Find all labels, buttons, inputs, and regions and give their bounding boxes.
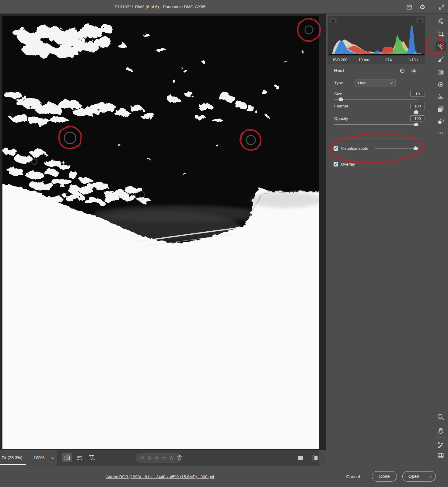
- edit-sliders-icon: [437, 18, 444, 24]
- hand-icon: [437, 427, 444, 434]
- shadow-clipping-indicator[interactable]: ▲: [329, 17, 337, 23]
- crop-icon: [437, 30, 444, 37]
- canvas-area: Fit (25.3%) 100%: [0, 14, 326, 466]
- exif-info-row: ISO 200 19 mm f/14 1/13s: [328, 56, 425, 64]
- zoom-level-dropdown[interactable]: [52, 457, 54, 459]
- chevron-down-icon: [390, 81, 393, 84]
- camera-raw-window: P1310721.RW2 (6 of 6) - Panasonic DMC-GX…: [0, 0, 448, 487]
- star-icon[interactable]: ☆: [160, 455, 168, 461]
- before-after-button[interactable]: [311, 454, 319, 462]
- preferences-gear-icon[interactable]: ⚙: [418, 3, 426, 11]
- tool-hand[interactable]: [437, 427, 444, 434]
- heal-type-value: Heal: [358, 81, 366, 85]
- star-rating[interactable]: ☆☆☆☆☆: [138, 455, 175, 461]
- aperture-value: f/14: [376, 58, 401, 62]
- tool-grid-view[interactable]: [437, 452, 444, 459]
- fullscreen-icon[interactable]: [438, 3, 446, 11]
- radial-gradient-icon: [437, 81, 444, 88]
- size-row: Size 10: [334, 91, 425, 97]
- filmstrip-toggle-icon: [63, 454, 71, 461]
- save-image-icon[interactable]: [405, 3, 413, 11]
- shutter-speed-value: 1/13s: [401, 58, 425, 62]
- more-dots-icon: [437, 130, 444, 136]
- heal-type-dropdown[interactable]: Heal: [355, 79, 396, 86]
- titlebar-divider: [432, 3, 432, 11]
- slider-handle[interactable]: [338, 97, 343, 101]
- workflow-options-link[interactable]: Adobe RGB (1998) - 8 bit - 3448 x 4592 (…: [106, 475, 214, 479]
- download-icon: [406, 3, 413, 10]
- single-view-button[interactable]: [296, 454, 304, 462]
- type-label: Type: [334, 81, 355, 85]
- tool-presets[interactable]: [437, 105, 444, 113]
- view-toolbar: Fit (25.3%) 100%: [0, 450, 326, 466]
- histogram-svg: [331, 24, 422, 54]
- sort-icon: [76, 454, 83, 461]
- tool-column: [433, 14, 448, 466]
- heal-panel-title: Heal: [334, 68, 344, 73]
- filter-button[interactable]: [88, 454, 96, 462]
- tool-red-eye[interactable]: [437, 93, 444, 101]
- chevron-down-icon: [429, 475, 432, 478]
- size-label: Size: [334, 92, 342, 96]
- undo-icon: [399, 68, 405, 74]
- tool-linear-gradient[interactable]: [437, 69, 444, 76]
- image-preview[interactable]: [2, 16, 319, 449]
- sort-order-button[interactable]: [76, 454, 84, 462]
- chevron-down-icon: [51, 456, 54, 459]
- feather-input[interactable]: 100: [410, 103, 425, 109]
- tool-edit[interactable]: [437, 17, 444, 25]
- opacity-label: Opacity: [334, 116, 348, 121]
- red-eye-icon: [437, 94, 444, 100]
- trash-icon: [176, 454, 183, 461]
- tool-crop[interactable]: [437, 30, 444, 37]
- type-row: Type Heal: [334, 79, 396, 86]
- tool-more-options[interactable]: [437, 129, 444, 137]
- zoom-fit-active-underline: [0, 464, 26, 465]
- slider-handle[interactable]: [414, 122, 418, 126]
- slider-handle[interactable]: [413, 146, 418, 150]
- visualize-spots-checkbox[interactable]: ✓: [334, 146, 338, 151]
- highlight-clipping-indicator[interactable]: ▲: [416, 17, 424, 23]
- star-icon[interactable]: ☆: [138, 455, 146, 461]
- size-slider[interactable]: [334, 97, 417, 101]
- opacity-slider[interactable]: [334, 122, 417, 127]
- presets-layers-icon: [437, 106, 444, 112]
- histogram-plot[interactable]: ▲ ▲: [328, 16, 425, 56]
- feather-row: Feather 100: [334, 103, 425, 109]
- star-icon[interactable]: ☆: [146, 455, 153, 461]
- done-button[interactable]: Done: [372, 471, 397, 482]
- reset-tool-button[interactable]: [399, 68, 405, 74]
- visualize-spots-slider[interactable]: [375, 146, 417, 150]
- cancel-button[interactable]: Cancel: [341, 471, 365, 482]
- opacity-row: Opacity 100: [334, 115, 425, 121]
- brush-icon: [437, 56, 444, 63]
- overlay-checkbox[interactable]: ✓: [334, 162, 338, 166]
- magnifier-icon: [437, 413, 444, 421]
- star-rating-pill: ☆☆☆☆☆: [135, 453, 181, 463]
- star-icon[interactable]: ☆: [153, 455, 160, 461]
- zoom-fit-button[interactable]: Fit (25.3%): [0, 450, 26, 466]
- tool-snapshots[interactable]: [437, 118, 444, 125]
- tool-radial-gradient[interactable]: [437, 81, 444, 88]
- star-icon[interactable]: ☆: [168, 455, 175, 461]
- visualize-spots-row: ✓ Visualize spots: [326, 144, 433, 152]
- linear-gradient-icon: [437, 69, 444, 76]
- zoom-100-button[interactable]: 100%: [28, 450, 50, 466]
- filmstrip-toggle-button[interactable]: [62, 453, 72, 462]
- delete-button[interactable]: [176, 454, 183, 461]
- tool-visibility-button[interactable]: [411, 68, 417, 74]
- tool-brush[interactable]: [437, 56, 444, 63]
- tool-heal-selected[interactable]: [436, 41, 446, 51]
- grid-icon: [437, 452, 444, 459]
- feather-slider[interactable]: [334, 110, 417, 114]
- title-bar: P1310721.RW2 (6 of 6) - Panasonic DMC-GX…: [0, 0, 448, 14]
- size-input[interactable]: 10: [410, 91, 425, 97]
- expand-arrows-icon: [438, 4, 445, 10]
- tool-white-balance-sampler[interactable]: [437, 441, 444, 449]
- heal-bandaid-icon: [437, 43, 444, 50]
- tool-zoom[interactable]: [437, 413, 444, 421]
- slider-handle[interactable]: [414, 110, 418, 114]
- opacity-input[interactable]: 100: [410, 115, 425, 121]
- open-button[interactable]: Open: [402, 471, 436, 482]
- open-options-chevron[interactable]: [425, 475, 436, 478]
